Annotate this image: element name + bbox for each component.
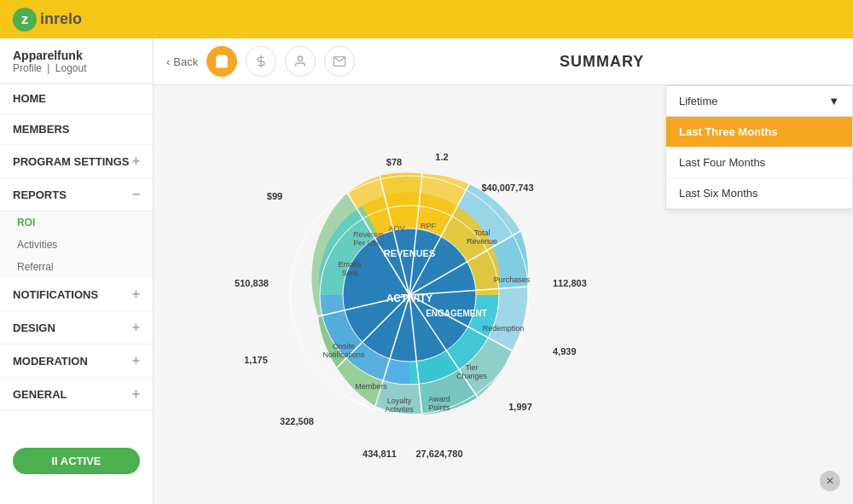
logout-link[interactable]: Logout xyxy=(55,62,87,74)
rpf-seg-label: RPF xyxy=(421,222,437,230)
rev-per-user-seg-label2: Per User xyxy=(353,239,384,247)
main-layout: Apparelfunk Profile | Logout HOME MEMBER… xyxy=(0,38,853,504)
members-seg-label: Members xyxy=(355,382,387,391)
total-revenue-seg-label: Total xyxy=(473,229,490,237)
profile-link[interactable]: Profile xyxy=(13,62,42,74)
loyalty-value: 434,811 xyxy=(363,449,397,459)
tier-changes-value: 1,997 xyxy=(508,402,532,412)
purchases-seg-label: Purchases xyxy=(494,275,531,284)
nav-home[interactable]: HOME xyxy=(0,84,153,114)
award-points-seg-label2: Points xyxy=(428,403,450,412)
logo-text: inrelo xyxy=(40,10,82,28)
dropdown-option-six-months[interactable]: Last Six Months xyxy=(666,178,852,209)
emails-value: 510,838 xyxy=(235,278,269,288)
nav-program-settings[interactable]: PROGRAM SETTINGS + xyxy=(0,145,153,178)
topbar: z inrelo xyxy=(0,0,853,38)
logo-icon: z xyxy=(13,8,37,32)
dropdown-area: Lifetime ▼ Last Three Months Last Four M… xyxy=(665,85,853,210)
activity-label: ACTIVITY xyxy=(386,293,433,304)
loyalty-seg-label: Loyalty xyxy=(387,397,412,405)
onsite-seg-label2: Notifications xyxy=(322,350,365,359)
purchases-value: 112,803 xyxy=(553,278,587,288)
dropdown-trigger[interactable]: Lifetime ▼ xyxy=(666,86,852,117)
plus-icon: + xyxy=(132,320,140,335)
user-links: Profile | Logout xyxy=(13,62,140,74)
aov-seg-label: AOV xyxy=(388,224,404,233)
back-button[interactable]: ‹ Back xyxy=(166,55,198,68)
nav-notifications[interactable]: NOTIFICATIONS + xyxy=(0,278,153,311)
user-section: Apparelfunk Profile | Logout xyxy=(0,38,153,84)
redemption-seg-label: Redemption xyxy=(483,324,525,333)
dollar-icon-button[interactable] xyxy=(246,46,276,77)
sidebar: Apparelfunk Profile | Logout HOME MEMBER… xyxy=(0,38,154,504)
logo: z inrelo xyxy=(13,8,82,32)
plus-icon: + xyxy=(132,353,140,368)
chevron-left-icon: ‹ xyxy=(166,55,170,68)
tier-changes-seg-label2: Changes xyxy=(456,372,488,380)
donut-chart: REVENUES ENGAGEMENT ACTIVITY AOV RPF Tot… xyxy=(205,99,614,491)
award-points-value: 27,624,780 xyxy=(415,449,462,459)
nav-members[interactable]: MEMBERS xyxy=(0,114,153,145)
emails-seg-label: Emails xyxy=(338,260,362,269)
chart-container: REVENUES ENGAGEMENT ACTIVITY AOV RPF Tot… xyxy=(154,85,665,504)
dropdown-option-three-months[interactable]: Last Three Months xyxy=(666,117,852,148)
engagement-label: ENGAGEMENT xyxy=(426,309,487,318)
nav-moderation[interactable]: MODERATION + xyxy=(0,345,153,378)
mail-icon-button[interactable] xyxy=(324,46,355,77)
nav-sub-referral[interactable]: Referral xyxy=(0,256,153,278)
minus-icon: − xyxy=(132,187,140,202)
nav-sub-activities[interactable]: Activities xyxy=(0,234,153,256)
onsite-value: 1,175 xyxy=(244,355,268,365)
tier-changes-seg-label: Tier xyxy=(465,363,478,372)
nav-reports[interactable]: REPORTS − xyxy=(0,178,153,211)
nav-design[interactable]: DESIGN + xyxy=(0,311,153,345)
close-button[interactable]: ✕ xyxy=(820,471,840,491)
rev-per-user-seg-label: Revenue xyxy=(353,230,384,239)
total-revenue-value: $40,007,743 xyxy=(481,182,533,193)
active-button[interactable]: II ACTIVE xyxy=(13,448,140,474)
plus-icon: + xyxy=(132,386,140,402)
rev-per-user-value: $99 xyxy=(267,191,282,201)
nav-sub-roi[interactable]: ROI xyxy=(0,211,153,234)
onsite-seg-label: Onsite xyxy=(333,342,355,350)
chevron-down-icon: ▼ xyxy=(828,95,839,107)
redemption-value: 4,939 xyxy=(553,346,577,356)
award-points-seg-label: Award xyxy=(428,395,450,403)
members-value: 322,508 xyxy=(280,416,314,426)
plus-icon: + xyxy=(132,287,140,302)
revenues-label: REVENUES xyxy=(384,248,436,258)
person-icon-button[interactable] xyxy=(285,46,316,77)
emails-seg-label2: Sent xyxy=(342,269,358,277)
loyalty-seg-label2: Activites xyxy=(385,405,414,414)
content-area: ‹ Back SUMMARY Lifetime ▼ Last Thre xyxy=(154,38,853,504)
dropdown-option-four-months[interactable]: Last Four Months xyxy=(666,148,852,178)
total-revenue-seg-label2: Revenue xyxy=(467,237,497,246)
aov-value: $78 xyxy=(386,157,402,167)
nav-general[interactable]: GENERAL + xyxy=(0,378,153,411)
content-header: ‹ Back SUMMARY xyxy=(154,38,853,85)
rpf-value: 1.2 xyxy=(435,152,448,162)
svg-point-2 xyxy=(299,56,303,61)
plus-icon: + xyxy=(132,154,140,169)
user-name: Apparelfunk xyxy=(13,49,140,62)
bag-icon-button[interactable] xyxy=(206,46,237,77)
summary-title: SUMMARY xyxy=(363,53,840,71)
